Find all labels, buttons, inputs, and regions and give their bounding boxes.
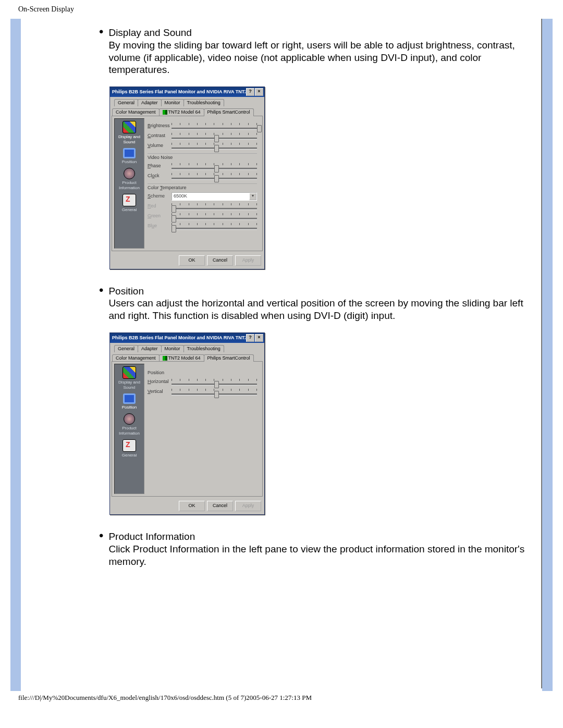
bullet-icon: • bbox=[99, 27, 103, 37]
nav-general[interactable]: General bbox=[117, 439, 142, 458]
slider-vertical[interactable]: Vertical bbox=[148, 388, 257, 396]
tab-monitor[interactable]: Monitor bbox=[161, 99, 184, 106]
tab-smartcontrol[interactable]: Philips SmartControl bbox=[204, 108, 254, 116]
section-body: By moving the sliding bar toward left or… bbox=[108, 40, 515, 76]
tab-general[interactable]: General bbox=[114, 345, 138, 352]
general-icon bbox=[123, 194, 136, 206]
cancel-button[interactable]: Cancel bbox=[207, 255, 233, 266]
position-icon bbox=[123, 393, 136, 404]
apply-button[interactable]: Apply bbox=[235, 255, 261, 266]
inner-content: • Display and Sound By moving the slidin… bbox=[21, 19, 542, 688]
section-body: Users can adjust the horizontal and vert… bbox=[108, 298, 523, 321]
slider-contrast[interactable]: Contrast bbox=[148, 132, 257, 140]
chevron-down-icon[interactable]: ▾ bbox=[249, 193, 256, 200]
section-product-info: • Product Information Click Product Info… bbox=[99, 530, 532, 567]
section-position: • Position Users can adjust the horizont… bbox=[99, 285, 532, 515]
close-button[interactable]: × bbox=[255, 334, 263, 342]
outer-frame: • Display and Sound By moving the slidin… bbox=[10, 19, 553, 691]
tab-general[interactable]: General bbox=[114, 99, 138, 106]
product-info-icon bbox=[124, 168, 135, 179]
dialog-position: Philips B2B Series Flat Panel Monitor an… bbox=[109, 332, 265, 515]
help-button[interactable]: ? bbox=[246, 88, 254, 96]
scheme-value: 6500K bbox=[172, 193, 249, 199]
nav-general[interactable]: General bbox=[117, 194, 142, 213]
tab-troubleshooting[interactable]: Troubleshooting bbox=[183, 99, 224, 106]
ok-button[interactable]: OK bbox=[179, 501, 205, 511]
apply-button[interactable]: Apply bbox=[235, 501, 261, 511]
slider-green: Green bbox=[148, 212, 257, 220]
group-video-noise: Video Noise bbox=[148, 153, 257, 161]
position-icon bbox=[123, 148, 136, 158]
nav-position[interactable]: Position bbox=[117, 148, 142, 165]
dialog-titlebar[interactable]: Philips B2B Series Flat Panel Monitor an… bbox=[110, 333, 264, 343]
general-icon bbox=[123, 439, 136, 452]
tab-troubleshooting[interactable]: Troubleshooting bbox=[183, 345, 224, 352]
section-title: Product Information bbox=[108, 531, 195, 542]
bullet-icon: • bbox=[99, 285, 103, 295]
group-position: Position bbox=[148, 369, 257, 376]
section-body: Click Product Information in the left pa… bbox=[108, 544, 524, 567]
tab-color-management[interactable]: Color Management bbox=[112, 354, 160, 362]
section-title: Position bbox=[108, 286, 144, 297]
slider-blue: Blue bbox=[148, 222, 257, 230]
dialog-title: Philips B2B Series Flat Panel Monitor an… bbox=[112, 335, 246, 341]
slider-clock[interactable]: Clock bbox=[148, 172, 257, 180]
slider-brightness[interactable]: Brightness bbox=[148, 122, 257, 130]
nvidia-icon bbox=[163, 110, 167, 115]
display-sound-icon bbox=[123, 366, 136, 379]
section-title: Display and Sound bbox=[108, 27, 192, 38]
slider-phase[interactable]: Phase bbox=[148, 162, 257, 170]
nav-display-sound[interactable]: Display and Sound bbox=[117, 366, 142, 390]
help-button[interactable]: ? bbox=[246, 334, 254, 342]
tab-adapter[interactable]: Adapter bbox=[138, 99, 162, 106]
dialog-display-sound: Philips B2B Series Flat Panel Monitor an… bbox=[109, 87, 265, 269]
product-info-icon bbox=[124, 413, 135, 425]
cancel-button[interactable]: Cancel bbox=[207, 501, 233, 511]
slider-volume[interactable]: Volume bbox=[148, 142, 257, 150]
nav-product-info[interactable]: Product Information bbox=[117, 413, 142, 436]
nav-display-sound[interactable]: Display and Sound bbox=[117, 121, 142, 145]
bullet-icon: • bbox=[99, 530, 103, 541]
close-button[interactable]: × bbox=[255, 88, 263, 96]
tab-color-management[interactable]: Color Management bbox=[112, 108, 160, 116]
slider-red: Red bbox=[148, 202, 257, 211]
nav-position[interactable]: Position bbox=[117, 393, 142, 410]
group-color-temp: Color Temperature bbox=[148, 183, 257, 191]
slider-horizontal[interactable]: Horizontal bbox=[148, 378, 257, 386]
display-sound-icon bbox=[123, 121, 136, 133]
tab-tnt2[interactable]: TNT2 Model 64 bbox=[159, 108, 204, 116]
tab-adapter[interactable]: Adapter bbox=[138, 345, 162, 352]
ok-button[interactable]: OK bbox=[179, 255, 205, 266]
nvidia-icon bbox=[163, 356, 167, 361]
dialog-title: Philips B2B Series Flat Panel Monitor an… bbox=[112, 89, 246, 95]
section-display-sound: • Display and Sound By moving the slidin… bbox=[99, 27, 532, 269]
combo-scheme[interactable]: Scheme 6500K ▾ bbox=[148, 192, 257, 201]
footer-path: file:///D|/My%20Documents/dfu/X6_model/e… bbox=[0, 691, 563, 707]
tab-smartcontrol[interactable]: Philips SmartControl bbox=[204, 354, 254, 362]
dialog-side-nav: Display and Sound Position Product Infor… bbox=[114, 118, 144, 249]
tab-monitor[interactable]: Monitor bbox=[161, 345, 184, 352]
dialog-titlebar[interactable]: Philips B2B Series Flat Panel Monitor an… bbox=[110, 87, 264, 97]
tab-tnt2[interactable]: TNT2 Model 64 bbox=[159, 354, 204, 362]
dialog-side-nav: Display and Sound Position Product Infor… bbox=[114, 364, 144, 494]
page-header: On-Screen Display bbox=[0, 0, 563, 19]
nav-product-info[interactable]: Product Information bbox=[117, 168, 142, 191]
